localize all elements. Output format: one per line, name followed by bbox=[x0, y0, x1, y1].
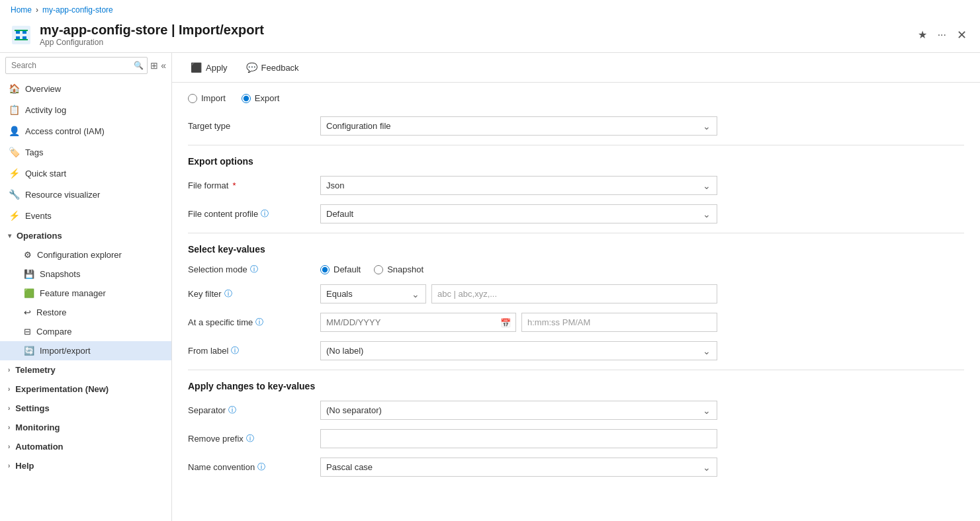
snapshot-selection-label[interactable]: Snapshot bbox=[374, 264, 423, 274]
sidebar-section-telemetry[interactable]: › Telemetry bbox=[0, 360, 171, 380]
sidebar-section-settings[interactable]: › Settings bbox=[0, 399, 171, 418]
toolbar: ⬛ Apply 💬 Feedback bbox=[172, 53, 980, 83]
svg-rect-0 bbox=[12, 26, 30, 44]
target-type-select-wrap: Configuration file App Service Azure Kub… bbox=[320, 116, 717, 136]
form-area: Import Export Target type Configuration … bbox=[172, 83, 980, 497]
sidebar-item-overview[interactable]: 🏠 Overview bbox=[0, 78, 171, 99]
search-icon: 🔍 bbox=[134, 61, 144, 70]
file-content-profile-row: File content profile ⓘ Default KVSet bbox=[188, 204, 964, 223]
collapse-sidebar-button[interactable]: « bbox=[161, 60, 166, 71]
name-convention-row: Name convention ⓘ Pascal case Camel case… bbox=[188, 458, 964, 477]
sidebar-item-events[interactable]: ⚡ Events bbox=[0, 205, 171, 226]
file-format-label: File format * bbox=[188, 180, 320, 190]
sidebar-item-import-export[interactable]: 🔄 Import/export bbox=[0, 341, 171, 360]
content-area: ⬛ Apply 💬 Feedback Import Export bbox=[172, 53, 980, 521]
apply-button[interactable]: ⬛ Apply bbox=[183, 58, 236, 77]
snapshots-icon: 💾 bbox=[24, 269, 34, 279]
key-filter-value-input[interactable] bbox=[431, 284, 717, 303]
import-radio[interactable] bbox=[188, 94, 197, 103]
date-input[interactable] bbox=[320, 313, 516, 332]
target-type-label: Target type bbox=[188, 121, 320, 131]
sidebar-section-automation[interactable]: › Automation bbox=[0, 437, 171, 456]
sidebar-item-config-explorer[interactable]: ⚙ Configuration explorer bbox=[0, 245, 171, 264]
target-type-select[interactable]: Configuration file App Service Azure Kub… bbox=[320, 116, 717, 136]
sidebar-item-resource-visualizer[interactable]: 🔧 Resource visualizer bbox=[0, 184, 171, 205]
sidebar-section-help[interactable]: › Help bbox=[0, 456, 171, 475]
file-format-row: File format * Json Yaml Properties bbox=[188, 176, 964, 195]
app-config-icon bbox=[11, 24, 32, 46]
remove-prefix-info-icon[interactable]: ⓘ bbox=[246, 433, 254, 444]
operations-chevron: ▾ bbox=[8, 232, 11, 239]
favorite-button[interactable]: ★ bbox=[915, 26, 930, 44]
sidebar-item-feature-manager[interactable]: 🟩 Feature manager bbox=[0, 284, 171, 303]
activity-log-icon: 📋 bbox=[8, 104, 20, 116]
file-content-profile-info-icon[interactable]: ⓘ bbox=[261, 208, 269, 220]
feedback-icon: 💬 bbox=[246, 62, 257, 73]
at-specific-time-row: At a specific time ⓘ 📅 bbox=[188, 313, 964, 332]
sidebar-section-operations[interactable]: ▾ Operations bbox=[0, 226, 171, 245]
name-convention-select-wrap: Pascal case Camel case Upper case snake … bbox=[320, 458, 717, 477]
sidebar-item-activity-log[interactable]: 📋 Activity log bbox=[0, 99, 171, 120]
feedback-button[interactable]: 💬 Feedback bbox=[238, 58, 307, 77]
from-label-info-icon[interactable]: ⓘ bbox=[231, 345, 239, 356]
sidebar-item-compare[interactable]: ⊟ Compare bbox=[0, 322, 171, 341]
breadcrumb-home[interactable]: Home bbox=[11, 5, 32, 15]
name-convention-info-icon[interactable]: ⓘ bbox=[257, 461, 265, 473]
time-input-wrap bbox=[521, 313, 717, 332]
export-radio[interactable] bbox=[242, 94, 251, 103]
access-control-icon: 👤 bbox=[8, 125, 20, 137]
resource-visualizer-icon: 🔧 bbox=[8, 188, 20, 200]
file-content-profile-select-wrap: Default KVSet bbox=[320, 204, 717, 223]
sidebar-item-quick-start[interactable]: ⚡ Quick start bbox=[0, 163, 171, 184]
import-export-icon: 🔄 bbox=[24, 346, 34, 356]
from-label-select-wrap: (No label) dev prod bbox=[320, 341, 717, 360]
at-specific-time-label: At a specific time ⓘ bbox=[188, 317, 320, 328]
close-button[interactable]: ✕ bbox=[954, 25, 969, 45]
at-specific-time-info-icon[interactable]: ⓘ bbox=[255, 317, 263, 328]
sidebar-section-experimentation[interactable]: › Experimentation (New) bbox=[0, 380, 171, 399]
time-input[interactable] bbox=[521, 313, 717, 332]
search-input[interactable] bbox=[5, 57, 148, 74]
remove-prefix-label: Remove prefix ⓘ bbox=[188, 433, 320, 444]
page-header: my-app-config-store | Import/export App … bbox=[0, 20, 980, 53]
sidebar-section-monitoring[interactable]: › Monitoring bbox=[0, 418, 171, 437]
breadcrumb-resource[interactable]: my-app-config-store bbox=[42, 5, 113, 15]
events-icon: ⚡ bbox=[8, 210, 20, 221]
automation-chevron: › bbox=[8, 443, 10, 450]
snapshot-selection-radio[interactable] bbox=[374, 265, 383, 274]
default-selection-radio[interactable] bbox=[320, 265, 330, 274]
telemetry-chevron: › bbox=[8, 366, 10, 374]
import-radio-label[interactable]: Import bbox=[188, 93, 226, 103]
remove-prefix-input[interactable] bbox=[320, 429, 717, 448]
selection-mode-row: Selection mode ⓘ Default Snapshot bbox=[188, 264, 964, 275]
help-chevron: › bbox=[8, 462, 10, 469]
filter-button[interactable]: ⊞ bbox=[150, 60, 158, 71]
divider-2 bbox=[188, 233, 964, 233]
key-filter-info-icon[interactable]: ⓘ bbox=[224, 288, 232, 300]
default-selection-label[interactable]: Default bbox=[320, 264, 361, 274]
key-filter-row: Key filter ⓘ Equals Starts with Contains bbox=[188, 284, 964, 303]
feature-manager-icon: 🟩 bbox=[24, 288, 34, 298]
sidebar-item-access-control[interactable]: 👤 Access control (IAM) bbox=[0, 120, 171, 141]
name-convention-select[interactable]: Pascal case Camel case Upper case snake … bbox=[320, 458, 717, 477]
sidebar-item-tags[interactable]: 🏷️ Tags bbox=[0, 141, 171, 163]
settings-chevron: › bbox=[8, 405, 10, 412]
quick-start-icon: ⚡ bbox=[8, 167, 20, 179]
file-content-profile-label: File content profile ⓘ bbox=[188, 208, 320, 220]
key-filter-operator-select[interactable]: Equals Starts with Contains bbox=[320, 284, 426, 303]
selection-mode-info-icon[interactable]: ⓘ bbox=[250, 264, 258, 275]
page-title: my-app-config-store | Import/export bbox=[40, 22, 907, 38]
file-format-select[interactable]: Json Yaml Properties bbox=[320, 176, 717, 195]
file-content-profile-select[interactable]: Default KVSet bbox=[320, 204, 717, 223]
sidebar-item-restore[interactable]: ↩ Restore bbox=[0, 303, 171, 322]
header-title-area: my-app-config-store | Import/export App … bbox=[40, 22, 907, 47]
name-convention-label: Name convention ⓘ bbox=[188, 461, 320, 473]
file-format-select-wrap: Json Yaml Properties bbox=[320, 176, 717, 195]
separator-select[interactable]: (No separator) . / : ; bbox=[320, 401, 717, 420]
separator-info-icon[interactable]: ⓘ bbox=[228, 405, 236, 416]
sidebar-item-snapshots[interactable]: 💾 Snapshots bbox=[0, 264, 171, 284]
more-options-button[interactable]: ··· bbox=[935, 26, 949, 44]
separator-select-wrap: (No separator) . / : ; bbox=[320, 401, 717, 420]
export-radio-label[interactable]: Export bbox=[242, 93, 280, 103]
from-label-select[interactable]: (No label) dev prod bbox=[320, 341, 717, 360]
